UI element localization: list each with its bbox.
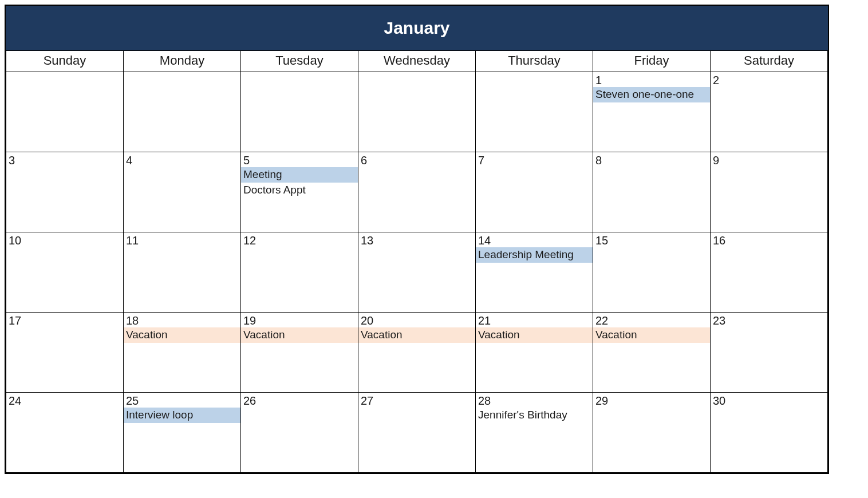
weekday-header: Thursday (476, 51, 593, 72)
calendar-day-cell[interactable]: 17 (6, 313, 124, 393)
calendar-week-row: 345MeetingDoctors Appt6789 (6, 152, 828, 232)
day-number: 16 (711, 232, 827, 247)
weekday-header: Tuesday (241, 51, 358, 72)
calendar-day-cell[interactable]: 1Steven one-one-one (593, 72, 711, 152)
calendar-day-cell[interactable]: 19Vacation (241, 313, 358, 393)
calendar-event[interactable]: Doctors Appt (241, 183, 358, 198)
day-number: 23 (711, 313, 827, 327)
day-number: 25 (124, 393, 240, 408)
day-number: 17 (6, 313, 123, 327)
day-number: 5 (241, 152, 358, 167)
weekday-header: Monday (124, 51, 241, 72)
calendar-day-cell[interactable]: 2 (711, 72, 828, 152)
day-number: 2 (711, 72, 827, 87)
calendar-event[interactable]: Meeting (241, 167, 358, 183)
calendar-day-cell[interactable]: 9 (711, 152, 828, 232)
calendar-day-cell[interactable]: 24 (6, 393, 124, 473)
calendar-event[interactable]: Vacation (476, 327, 593, 343)
calendar-day-cell[interactable]: 14Leadership Meeting (476, 232, 593, 313)
day-number: 10 (6, 232, 123, 247)
calendar-day-cell[interactable]: 28Jennifer's Birthday (476, 393, 593, 473)
calendar-event[interactable]: Interview loop (124, 408, 240, 423)
day-number: 20 (358, 313, 475, 327)
day-number: 24 (6, 393, 123, 408)
day-number: 3 (6, 152, 123, 167)
calendar-day-cell[interactable]: 18Vacation (124, 313, 241, 393)
day-number: 19 (241, 313, 358, 327)
calendar-day-cell[interactable] (6, 72, 124, 152)
weekday-header: Friday (593, 51, 711, 72)
day-number: 18 (124, 313, 240, 327)
calendar-day-cell[interactable] (124, 72, 241, 152)
calendar-day-cell[interactable]: 13 (358, 232, 476, 313)
day-number: 27 (358, 393, 475, 408)
day-number: 13 (358, 232, 475, 247)
weekday-header: Wednesday (358, 51, 476, 72)
calendar-day-cell[interactable]: 4 (124, 152, 241, 232)
weekday-header-row: Sunday Monday Tuesday Wednesday Thursday… (6, 51, 828, 72)
day-number: 15 (593, 232, 710, 247)
calendar-day-cell[interactable]: 8 (593, 152, 711, 232)
calendar-event[interactable]: Vacation (124, 327, 240, 343)
calendar-day-cell[interactable]: 15 (593, 232, 711, 313)
calendar-day-cell[interactable]: 6 (358, 152, 476, 232)
day-number: 4 (124, 152, 240, 167)
calendar-day-cell[interactable]: 12 (241, 232, 358, 313)
day-number: 8 (593, 152, 710, 167)
day-number: 1 (593, 72, 710, 87)
day-number: 26 (241, 393, 358, 408)
calendar-day-cell[interactable]: 21Vacation (476, 313, 593, 393)
calendar-day-cell[interactable]: 20Vacation (358, 313, 476, 393)
day-number: 28 (476, 393, 593, 408)
calendar-day-cell[interactable]: 10 (6, 232, 124, 313)
day-number: 21 (476, 313, 593, 327)
calendar-event[interactable]: Vacation (241, 327, 358, 343)
day-number: 6 (358, 152, 475, 167)
day-number: 11 (124, 232, 240, 247)
day-number: 14 (476, 232, 593, 247)
calendar-day-cell[interactable]: 29 (593, 393, 711, 473)
calendar-day-cell[interactable]: 11 (124, 232, 241, 313)
calendar-day-cell[interactable]: 7 (476, 152, 593, 232)
calendar-day-cell[interactable]: 5MeetingDoctors Appt (241, 152, 358, 232)
month-title: January (6, 6, 828, 50)
day-number: 7 (476, 152, 593, 167)
calendar-event[interactable]: Vacation (358, 327, 475, 343)
weekday-header: Sunday (6, 51, 124, 72)
calendar-week-row: 1718Vacation19Vacation20Vacation21Vacati… (6, 313, 828, 393)
day-number: 12 (241, 232, 358, 247)
calendar-day-cell[interactable]: 26 (241, 393, 358, 473)
calendar-week-row: 1011121314Leadership Meeting1516 (6, 232, 828, 313)
calendar-week-row: 2425Interview loop262728Jennifer's Birth… (6, 393, 828, 473)
calendar-event[interactable]: Leadership Meeting (476, 247, 593, 263)
calendar-day-cell[interactable]: 16 (711, 232, 828, 313)
calendar-grid: Sunday Monday Tuesday Wednesday Thursday… (6, 50, 828, 473)
calendar-day-cell[interactable]: 23 (711, 313, 828, 393)
day-number: 29 (593, 393, 710, 408)
calendar-week-row: 1Steven one-one-one2 (6, 72, 828, 152)
calendar-day-cell[interactable]: 30 (711, 393, 828, 473)
calendar-day-cell[interactable]: 27 (358, 393, 476, 473)
calendar-day-cell[interactable] (241, 72, 358, 152)
calendar-event[interactable]: Vacation (593, 327, 710, 343)
calendar-day-cell[interactable] (476, 72, 593, 152)
calendar-day-cell[interactable]: 25Interview loop (124, 393, 241, 473)
calendar-event[interactable]: Steven one-one-one (593, 87, 710, 102)
calendar-day-cell[interactable] (358, 72, 476, 152)
day-number: 22 (593, 313, 710, 327)
calendar-event[interactable]: Jennifer's Birthday (476, 408, 593, 423)
day-number: 9 (711, 152, 827, 167)
day-number: 30 (711, 393, 827, 408)
weekday-header: Saturday (711, 51, 828, 72)
calendar-day-cell[interactable]: 3 (6, 152, 124, 232)
calendar: January Sunday Monday Tuesday Wednesday … (5, 5, 829, 474)
calendar-day-cell[interactable]: 22Vacation (593, 313, 711, 393)
